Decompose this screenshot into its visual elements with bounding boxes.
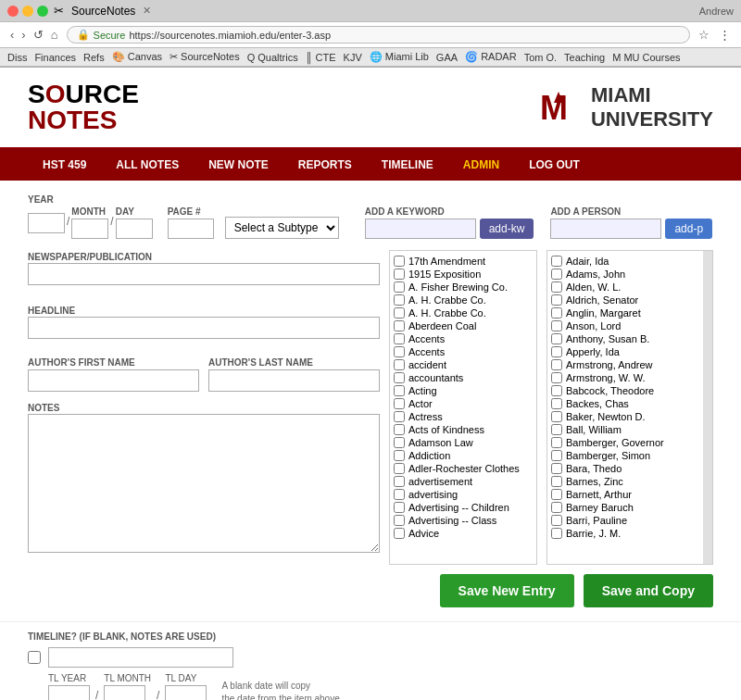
bookmark-teaching[interactable]: Teaching [564,52,605,63]
tab-close-icon[interactable]: ✕ [143,5,151,17]
bookmark-refs[interactable]: Refs [83,52,105,63]
nav-timeline[interactable]: TIMELINE [367,149,448,181]
bookmark-gaa[interactable]: GAA [436,52,458,63]
person-checkbox[interactable] [551,269,562,280]
nav-reports[interactable]: REPORTS [283,149,367,181]
newspaper-input[interactable] [28,263,380,285]
tl-month-input[interactable] [104,685,145,700]
person-checkbox[interactable] [551,320,562,331]
keyword-checkbox[interactable] [394,281,405,293]
person-checkbox[interactable] [551,294,562,306]
person-checkbox[interactable] [551,528,562,539]
person-label: Barney Baruch [566,502,634,513]
person-checkbox[interactable] [551,463,562,474]
person-checkbox[interactable] [551,450,562,461]
keyword-checkbox[interactable] [394,411,405,422]
menu-button[interactable]: ⋮ [716,28,734,42]
nav-logout[interactable]: LOG OUT [514,149,595,181]
person-checkbox[interactable] [551,281,562,293]
nav-admin[interactable]: ADMIN [448,149,514,181]
bookmark-kjv[interactable]: KJV [344,52,362,63]
person-checkbox[interactable] [551,346,562,357]
keyword-checkbox[interactable] [394,320,405,331]
keyword-checkbox[interactable] [394,398,405,409]
bookmark-miami-lib[interactable]: 🌐 Miami Lib [370,51,429,63]
keyword-checkbox[interactable] [394,515,405,526]
person-checkbox[interactable] [551,333,562,344]
add-keyword-button[interactable]: add-kw [480,219,534,239]
person-input[interactable] [550,219,661,239]
year-input[interactable] [28,213,65,233]
keyword-checkbox[interactable] [394,307,405,319]
maximize-window-button[interactable] [37,6,48,17]
keyword-checkbox[interactable] [394,359,405,370]
person-checkbox[interactable] [551,398,562,409]
keyword-checkbox[interactable] [394,424,405,435]
bookmark-star-button[interactable]: ☆ [696,28,712,42]
save-new-button[interactable]: Save New Entry [440,574,574,607]
reload-button[interactable]: ↺ [31,28,46,42]
author-first-input[interactable] [28,369,199,392]
day-input[interactable] [116,219,153,239]
keyword-checkbox[interactable] [394,269,405,280]
keyword-checkbox[interactable] [394,437,405,448]
person-checkbox[interactable] [551,515,562,526]
person-checkbox[interactable] [551,437,562,448]
page-input[interactable] [168,219,214,239]
keyword-input[interactable] [365,219,476,239]
keyword-checkbox[interactable] [394,463,405,474]
notes-field: NOTES [28,401,380,556]
person-checkbox[interactable] [551,372,562,383]
bookmark-tom-o[interactable]: Tom O. [524,52,557,63]
close-window-button[interactable] [7,6,19,17]
month-input[interactable] [71,219,108,239]
bookmark-finances[interactable]: Finances [34,52,76,63]
notes-textarea[interactable] [28,414,380,553]
nav-hst459[interactable]: HST 459 [28,149,101,181]
person-checkbox[interactable] [551,502,562,513]
person-checkbox[interactable] [551,385,562,396]
bookmark-radar[interactable]: 🌀 RADAR [465,51,517,63]
keyword-checkbox[interactable] [394,294,405,306]
bookmark-canvas[interactable]: 🎨 Canvas [112,51,162,63]
keyword-checkbox[interactable] [394,502,405,513]
timeline-checkbox[interactable] [28,651,41,664]
bookmark-diss[interactable]: Diss [7,52,27,63]
keyword-checkbox[interactable] [394,385,405,396]
address-input[interactable]: 🔒 Secure https://sourcenotes.miamioh.edu… [67,26,690,44]
person-checkbox[interactable] [551,476,562,487]
save-copy-button[interactable]: Save and Copy [584,574,713,607]
keyword-checkbox[interactable] [394,333,405,344]
person-checkbox[interactable] [551,359,562,370]
nav-all-notes[interactable]: ALL NOTES [101,149,194,181]
person-checkbox[interactable] [551,424,562,435]
person-checkbox[interactable] [551,411,562,422]
author-last-input[interactable] [208,369,380,392]
bookmark-mu-courses[interactable]: M MU Courses [612,52,680,63]
timeline-text-input[interactable] [48,647,233,668]
scrollbar[interactable] [703,251,712,564]
keyword-checkbox[interactable] [394,346,405,357]
tl-day-input[interactable] [165,685,207,700]
headline-input[interactable] [28,317,380,339]
bookmark-cte[interactable]: ║ CTE [306,52,336,63]
subtype-select[interactable]: Select a Subtype Primary Secondary Other [225,217,339,239]
person-checkbox[interactable] [551,489,562,500]
keyword-checkbox[interactable] [394,528,405,539]
keyword-checkbox[interactable] [394,450,405,461]
keyword-checkbox[interactable] [394,489,405,500]
keyword-checkbox[interactable] [394,372,405,383]
minimize-window-button[interactable] [22,6,33,17]
back-button[interactable]: ‹ [7,28,17,42]
bookmark-sourcenotes[interactable]: ✂ SourceNotes [170,51,240,63]
nav-new-note[interactable]: NEW NOTE [194,149,283,181]
person-checkbox[interactable] [551,307,562,319]
forward-button[interactable]: › [19,28,28,42]
add-person-button[interactable]: add-p [665,219,712,239]
person-checkbox[interactable] [551,256,562,267]
keyword-checkbox[interactable] [394,256,405,267]
keyword-checkbox[interactable] [394,476,405,487]
bookmark-qualtrics[interactable]: Q Qualtrics [247,52,298,63]
tl-year-input[interactable] [48,685,90,700]
home-button[interactable]: ⌂ [48,28,61,42]
